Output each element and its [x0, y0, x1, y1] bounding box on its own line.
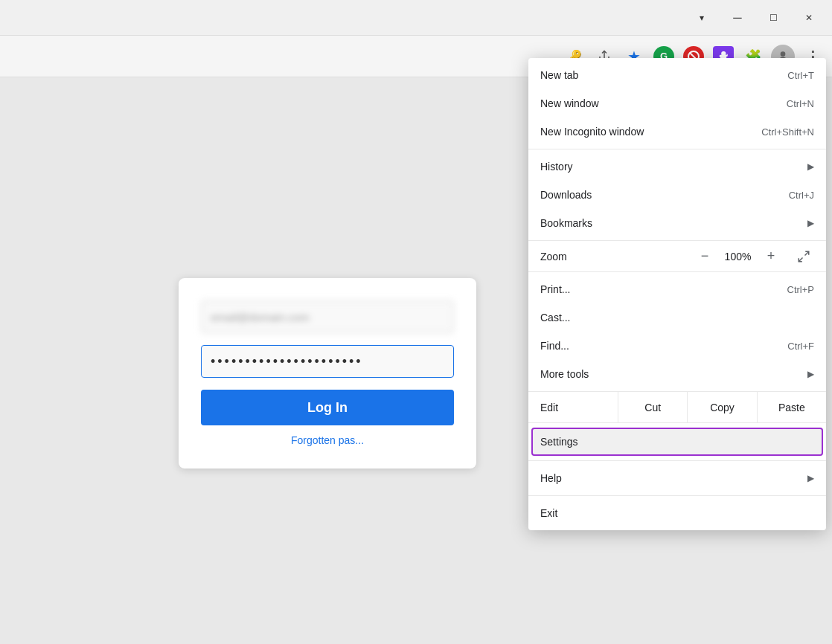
menu-section-settings: Settings: [528, 423, 826, 461]
paste-button[interactable]: Paste: [757, 392, 826, 422]
menu-item-help-label: Help: [540, 472, 801, 484]
zoom-value-display: 100%: [721, 251, 755, 263]
menu-item-cast-label: Cast...: [540, 312, 814, 323]
svg-line-5: [799, 257, 802, 261]
menu-item-settings[interactable]: Settings: [531, 428, 823, 456]
fullscreen-button[interactable]: [793, 246, 814, 267]
menu-item-downloads[interactable]: Downloads Ctrl+J: [528, 181, 826, 209]
menu-item-downloads-label: Downloads: [540, 189, 789, 201]
menu-item-bookmarks[interactable]: Bookmarks ▶: [528, 209, 826, 237]
menu-item-new-window[interactable]: New window Ctrl+N: [528, 89, 826, 117]
forgotten-password-link[interactable]: Forgotten pas...: [201, 434, 454, 446]
svg-line-4: [805, 251, 809, 255]
menu-section-help: Help ▶: [528, 461, 826, 496]
menu-item-more-tools-label: More tools: [540, 368, 801, 380]
zoom-row: Zoom − 100% +: [528, 241, 826, 272]
menu-item-history[interactable]: History ▶: [528, 152, 826, 181]
menu-item-exit-label: Exit: [540, 507, 814, 519]
menu-item-help[interactable]: Help ▶: [528, 464, 826, 492]
menu-item-print-label: Print...: [540, 283, 787, 295]
menu-item-exit[interactable]: Exit: [528, 499, 826, 527]
menu-item-print[interactable]: Print... Ctrl+P: [528, 275, 826, 303]
titlebar-chevron[interactable]: ▾: [685, 6, 719, 30]
more-tools-arrow-icon: ▶: [807, 369, 814, 379]
cut-button[interactable]: Cut: [618, 392, 687, 422]
edit-row: Edit Cut Copy Paste: [528, 392, 826, 423]
history-arrow-icon: ▶: [807, 161, 814, 172]
menu-item-new-incognito-shortcut: Ctrl+Shift+N: [761, 126, 814, 138]
menu-item-print-shortcut: Ctrl+P: [787, 284, 814, 295]
title-bar: ▾ ─ ☐ ✕: [0, 0, 832, 36]
email-input[interactable]: [201, 300, 454, 333]
menu-item-downloads-shortcut: Ctrl+J: [789, 190, 814, 201]
menu-item-new-window-shortcut: Ctrl+N: [787, 98, 814, 109]
help-arrow-icon: ▶: [807, 473, 814, 483]
restore-button[interactable]: ☐: [756, 6, 790, 30]
copy-button[interactable]: Copy: [687, 392, 756, 422]
bookmarks-arrow-icon: ▶: [807, 218, 814, 228]
minimize-button[interactable]: ─: [720, 6, 755, 30]
menu-item-new-tab[interactable]: New tab Ctrl+T: [528, 61, 826, 89]
menu-item-new-window-label: New window: [540, 97, 787, 109]
title-bar-controls: ▾ ─ ☐ ✕: [685, 6, 826, 30]
edit-label: Edit: [528, 402, 618, 413]
menu-item-new-tab-label: New tab: [540, 69, 787, 81]
menu-item-new-incognito-label: New Incognito window: [540, 126, 761, 138]
zoom-label: Zoom: [540, 251, 694, 263]
zoom-controls: − 100% +: [694, 246, 814, 267]
close-button[interactable]: ✕: [792, 6, 826, 30]
menu-item-bookmarks-label: Bookmarks: [540, 217, 801, 229]
menu-section-exit: Exit: [528, 496, 826, 530]
menu-section-new: New tab Ctrl+T New window Ctrl+N New Inc…: [528, 58, 826, 149]
menu-item-new-tab-shortcut: Ctrl+T: [787, 70, 814, 81]
login-card: Log In Forgotten pas...: [179, 278, 476, 468]
chrome-dropdown-menu: New tab Ctrl+T New window Ctrl+N New Inc…: [528, 58, 826, 530]
menu-section-tools: Print... Ctrl+P Cast... Find... Ctrl+F M…: [528, 272, 826, 392]
menu-item-new-incognito[interactable]: New Incognito window Ctrl+Shift+N: [528, 117, 826, 146]
login-button[interactable]: Log In: [201, 390, 454, 425]
menu-section-history: History ▶ Downloads Ctrl+J Bookmarks ▶: [528, 149, 826, 241]
menu-item-find[interactable]: Find... Ctrl+F: [528, 332, 826, 360]
zoom-in-button[interactable]: +: [761, 246, 781, 267]
menu-item-history-label: History: [540, 161, 801, 173]
menu-item-settings-label: Settings: [540, 436, 814, 448]
menu-item-find-label: Find...: [540, 340, 787, 352]
zoom-out-button[interactable]: −: [694, 246, 715, 267]
password-input[interactable]: [201, 345, 454, 378]
menu-item-more-tools[interactable]: More tools ▶: [528, 360, 826, 388]
menu-item-cast[interactable]: Cast...: [528, 303, 826, 332]
svg-point-3: [781, 51, 786, 57]
menu-item-find-shortcut: Ctrl+F: [787, 341, 814, 352]
